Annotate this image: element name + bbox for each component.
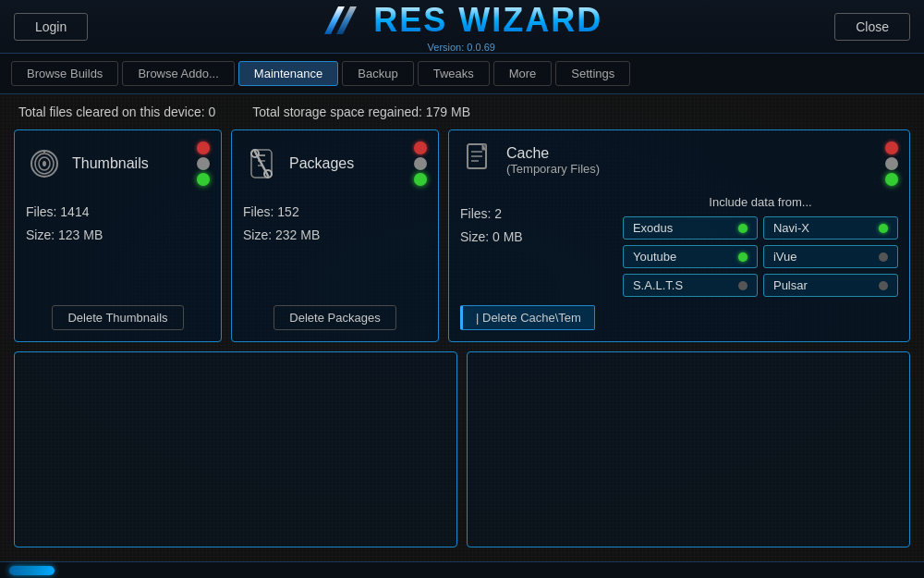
packages-size: Size: 232 MB <box>243 224 427 247</box>
cache-files: Files: 2 <box>460 203 595 226</box>
tab-maintenance[interactable]: Maintenance <box>238 61 338 86</box>
addon-ivue-label: iVue <box>773 250 797 264</box>
thumbnails-traffic-light <box>197 141 210 186</box>
tl-green-1 <box>197 173 210 186</box>
cache-icon <box>460 141 497 178</box>
tab-more[interactable]: More <box>493 61 553 86</box>
cache-card: Cache (Temporary Files) Files: 2 <box>448 129 910 342</box>
cache-title: Cache <box>506 145 600 162</box>
nav-tabs: Browse Builds Browse Addo... Maintenance… <box>0 54 924 94</box>
tl-red-3 <box>885 141 898 154</box>
tab-tweaks[interactable]: Tweaks <box>418 61 490 86</box>
tl-green-2 <box>414 173 427 186</box>
addon-youtube[interactable]: Youtube <box>623 245 758 268</box>
tl-amber-1 <box>197 157 210 170</box>
tl-red-2 <box>414 141 427 154</box>
addon-ivue-dot <box>879 252 888 262</box>
close-button[interactable]: Close <box>834 13 910 41</box>
progress-bar <box>9 566 55 575</box>
addon-youtube-label: Youtube <box>633 250 676 264</box>
delete-cache-button[interactable]: | Delete Cache\Tem <box>460 305 595 330</box>
thumbnails-title: Thumbnails <box>72 155 149 172</box>
bottom-card-right <box>467 351 910 547</box>
packages-icon <box>243 145 280 182</box>
addon-pulsar-dot <box>879 281 888 290</box>
version-label: Version: 0.0.69 <box>428 42 495 53</box>
packages-files: Files: 152 <box>243 201 427 224</box>
tab-browse-addons[interactable]: Browse Addo... <box>122 61 234 86</box>
tl-amber-2 <box>414 157 427 170</box>
storage-regained-stat: Total storage space regained: 179 MB <box>252 105 470 119</box>
cache-size: Size: 0 MB <box>460 226 595 249</box>
bottom-row <box>14 351 910 547</box>
tl-green-3 <box>885 173 898 186</box>
addon-grid: Exodus Navi-X Youtube <box>623 216 898 297</box>
thumbnails-files: Files: 1414 <box>26 201 210 224</box>
addon-ivue[interactable]: iVue <box>763 245 898 268</box>
addon-pulsar-label: Pulsar <box>773 278 808 292</box>
addon-pulsar[interactable]: Pulsar <box>763 274 898 297</box>
stats-row: Total files cleared on this device: 0 To… <box>0 94 924 129</box>
addon-exodus[interactable]: Exodus <box>623 216 758 240</box>
delete-packages-button[interactable]: Delete Packages <box>274 305 395 330</box>
tab-backup[interactable]: Backup <box>342 61 413 86</box>
addon-exodus-label: Exodus <box>633 221 673 235</box>
files-cleared-stat: Total files cleared on this device: 0 <box>18 105 215 119</box>
cards-row: Thumbnails Files: 1414 Size: 123 MB Dele… <box>14 129 910 342</box>
content-area: Thumbnails Files: 1414 Size: 123 MB Dele… <box>0 129 924 561</box>
packages-card: Packages Files: 152 Size: 232 MB Delete … <box>231 129 439 342</box>
thumbnails-stats: Files: 1414 Size: 123 MB <box>26 201 210 247</box>
tab-browse-builds[interactable]: Browse Builds <box>11 61 118 86</box>
delete-thumbnails-button[interactable]: Delete Thumbnails <box>52 305 183 330</box>
addon-navix-label: Navi-X <box>773 221 809 235</box>
logo-text: RES WIZARD <box>373 1 602 40</box>
progress-bar-container <box>0 561 924 578</box>
header: Login RES WIZARD Version <box>0 0 924 54</box>
addon-salts-dot <box>738 281 748 290</box>
thumbnails-card-header: Thumbnails <box>26 141 210 186</box>
cache-subtitle: (Temporary Files) <box>506 162 600 176</box>
tl-red-1 <box>197 141 210 154</box>
logo-icon <box>320 2 366 39</box>
packages-footer: Delete Packages <box>243 305 427 330</box>
packages-traffic-light <box>414 141 427 186</box>
addon-exodus-dot <box>738 224 748 233</box>
cache-stats: Files: 2 Size: 0 MB <box>460 203 595 249</box>
thumbnails-size: Size: 123 MB <box>26 224 210 247</box>
addon-navi-x[interactable]: Navi-X <box>763 216 898 240</box>
svg-point-5 <box>43 161 46 166</box>
bottom-card-left <box>14 351 457 547</box>
tl-amber-3 <box>885 157 898 170</box>
packages-stats: Files: 152 Size: 232 MB <box>243 201 427 247</box>
thumbnails-card: Thumbnails Files: 1414 Size: 123 MB Dele… <box>14 129 222 342</box>
addon-salts-label: S.A.L.T.S <box>633 278 683 292</box>
packages-title: Packages <box>289 155 354 172</box>
include-title: Include data from... <box>623 195 898 209</box>
logo-area: RES WIZARD Version: 0.0.69 <box>320 1 602 53</box>
login-button[interactable]: Login <box>14 13 88 41</box>
tab-settings[interactable]: Settings <box>555 61 630 86</box>
addon-navix-dot <box>879 224 888 233</box>
packages-card-header: Packages <box>243 141 427 186</box>
cache-traffic-light <box>885 141 898 186</box>
addon-youtube-dot <box>738 252 748 262</box>
thumbnails-icon <box>26 145 63 182</box>
addon-salts[interactable]: S.A.L.T.S <box>623 274 758 297</box>
thumbnails-footer: Delete Thumbnails <box>26 305 210 330</box>
